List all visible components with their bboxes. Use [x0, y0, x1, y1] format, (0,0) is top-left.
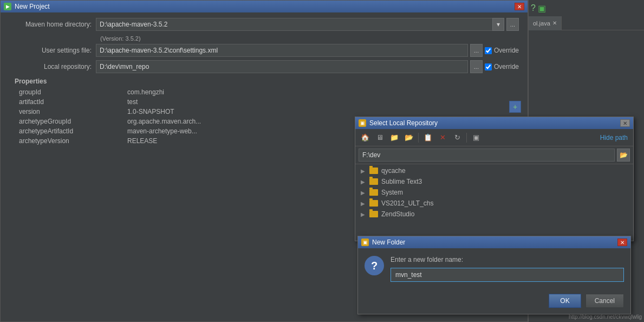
- local-repo-override: Override: [485, 63, 519, 70]
- new-folder-prompt-label: Enter a new folder name:: [391, 256, 624, 263]
- table-row: version 1.0-SNAPSHOT: [15, 107, 519, 117]
- path-browse-button[interactable]: 📂: [617, 149, 630, 162]
- new-folder-dialog: ▣ New Folder ✕ ? Enter a new folder name…: [357, 236, 631, 314]
- main-window-title: New Project: [15, 3, 50, 10]
- repo-dialog-icon: ▣: [359, 119, 366, 127]
- new-folder-dialog-icon: ▣: [361, 239, 369, 246]
- expand-arrow-icon: ▶: [361, 179, 366, 185]
- user-settings-row: User settings file: ... Override: [9, 44, 519, 57]
- new-folder-buttons: OK Cancel: [358, 289, 630, 312]
- user-settings-override: Override: [485, 47, 519, 54]
- version-text: (Version: 3.5.2): [9, 34, 519, 44]
- toolbar-desktop-button[interactable]: 🖥: [373, 131, 386, 144]
- local-repo-input-wrapper: ... Override: [96, 60, 519, 73]
- toolbar-refresh-button[interactable]: ↻: [451, 131, 464, 144]
- folder-icon: [369, 200, 378, 207]
- toolbar-delete-button[interactable]: ✕: [436, 131, 449, 144]
- path-input[interactable]: [359, 149, 615, 162]
- expand-arrow-icon: ▶: [361, 201, 366, 207]
- toolbar-new-folder-button[interactable]: 📂: [402, 131, 415, 144]
- user-settings-override-checkbox[interactable]: [485, 47, 492, 54]
- folder-name: System: [381, 189, 403, 196]
- maven-home-row: Maven home directory: ▾ ...: [9, 18, 519, 31]
- local-repo-override-checkbox[interactable]: [485, 63, 492, 70]
- new-folder-close-button[interactable]: ✕: [617, 239, 627, 246]
- local-repo-override-label: Override: [494, 63, 519, 70]
- new-folder-name-input[interactable]: [391, 268, 624, 282]
- maven-dropdown-arrow[interactable]: ▾: [492, 18, 504, 31]
- local-repo-row: Local repository: ... Override: [9, 60, 519, 73]
- prop-key-archetype-groupid: archetypeGroupId: [15, 117, 123, 126]
- expand-arrow-icon: ▶: [361, 211, 366, 217]
- path-browse-icon: 📂: [620, 151, 628, 159]
- repo-dialog-toolbar: 🏠 🖥 📁 📂 📋 ✕ ↻ ▣ Hide path: [355, 129, 633, 146]
- repo-dialog-title: Select Local Repository: [369, 119, 438, 127]
- ide-tab-area: ol.java ✕: [529, 16, 644, 30]
- prop-key-archetype-version: archetypeVersion: [15, 136, 123, 146]
- maven-home-input-wrapper: ▾ ...: [96, 18, 519, 31]
- prop-key-groupid: groupId: [15, 87, 123, 97]
- toolbar-details-button[interactable]: ▣: [470, 131, 483, 144]
- new-folder-titlebar: ▣ New Folder ✕: [358, 236, 630, 248]
- ok-button[interactable]: OK: [549, 294, 581, 308]
- ide-tab-label: ol.java: [533, 20, 550, 27]
- local-repo-input[interactable]: [96, 60, 468, 73]
- titlebar-icon: ▶: [4, 3, 11, 10]
- user-settings-browse-button[interactable]: ...: [470, 44, 483, 57]
- list-item[interactable]: ▶ qycache: [355, 165, 633, 176]
- repo-dialog: ▣ Select Local Repository ✕ 🏠 🖥 📁 📂 📋 ✕ …: [355, 117, 634, 241]
- ide-toolbar: ? ▣: [529, 0, 644, 16]
- user-settings-label: User settings file:: [9, 47, 96, 54]
- folder-name: qycache: [381, 167, 406, 175]
- folder-name: ZendStudio: [381, 210, 414, 218]
- cancel-button[interactable]: Cancel: [586, 294, 624, 308]
- question-icon: ?: [365, 256, 384, 275]
- maven-dropdown: ▾: [96, 18, 504, 31]
- toolbar-separator-1: [418, 133, 419, 143]
- add-property-button[interactable]: +: [509, 101, 521, 113]
- properties-title: Properties: [15, 78, 519, 85]
- maven-home-label: Maven home directory:: [9, 21, 96, 28]
- table-row: groupId com.hengzhi: [15, 87, 519, 97]
- repo-dialog-close-button[interactable]: ✕: [620, 119, 630, 127]
- new-folder-content: ? Enter a new folder name:: [358, 248, 630, 289]
- hide-path-button[interactable]: Hide path: [598, 133, 630, 143]
- prop-val-version: 1.0-SNAPSHOT: [123, 107, 519, 117]
- toolbar-separator-2: [466, 133, 467, 143]
- user-settings-input[interactable]: [96, 44, 468, 57]
- toolbar-home-button[interactable]: 🏠: [359, 131, 372, 144]
- file-list: ▶ qycache ▶ Sublime Text3 ▶ System ▶ VS2…: [355, 164, 633, 221]
- toolbar-folder-button[interactable]: 📁: [388, 131, 401, 144]
- table-row: artifactId test: [15, 97, 519, 107]
- main-close-button[interactable]: ✕: [515, 3, 524, 10]
- folder-icon: [369, 189, 378, 196]
- new-folder-title: New Folder: [372, 239, 405, 246]
- prop-val-artifactid: test: [123, 97, 519, 107]
- list-item[interactable]: ▶ System: [355, 187, 633, 198]
- path-input-area: 📂: [355, 146, 633, 164]
- user-settings-override-label: Override: [494, 47, 519, 54]
- folder-icon: [369, 168, 378, 174]
- user-settings-input-wrapper: ... Override: [96, 44, 519, 57]
- list-item[interactable]: ▶ Sublime Text3: [355, 176, 633, 187]
- folder-icon: [369, 211, 378, 217]
- local-repo-browse-button[interactable]: ...: [470, 60, 483, 73]
- main-titlebar: ▶ New Project ✕: [1, 1, 528, 12]
- folder-name: VS2012_ULT_chs: [381, 199, 434, 207]
- ide-icon-1: ?: [531, 3, 536, 13]
- toolbar-location-button[interactable]: 📋: [421, 131, 434, 144]
- folder-name: Sublime Text3: [381, 178, 422, 185]
- expand-arrow-icon: ▶: [361, 168, 366, 174]
- ide-icon-2: ▣: [538, 3, 546, 14]
- ide-tab-ol-java[interactable]: ol.java ✕: [529, 16, 562, 30]
- prop-key-version: version: [15, 107, 123, 117]
- maven-browse-button[interactable]: ...: [506, 18, 519, 31]
- maven-home-input[interactable]: [96, 18, 493, 31]
- folder-icon: [369, 178, 378, 185]
- ide-tab-close[interactable]: ✕: [552, 20, 557, 26]
- local-repo-label: Local repository:: [9, 63, 96, 70]
- expand-arrow-icon: ▶: [361, 190, 366, 196]
- list-item[interactable]: ▶ ZendStudio: [355, 209, 633, 220]
- new-folder-form: Enter a new folder name:: [391, 256, 624, 282]
- list-item[interactable]: ▶ VS2012_ULT_chs: [355, 198, 633, 209]
